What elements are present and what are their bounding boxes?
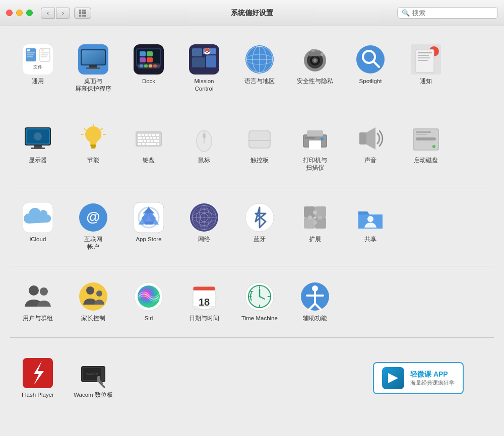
svg-rect-22 bbox=[144, 64, 148, 67]
pref-item-sharing[interactable]: 共享 bbox=[343, 197, 398, 256]
section-internet: iCloud @ 互联网帐户 bbox=[10, 192, 494, 261]
pref-item-notifications[interactable]: 通知 bbox=[398, 39, 454, 98]
pref-item-flash[interactable]: Flash Player bbox=[10, 353, 66, 404]
close-button[interactable] bbox=[6, 10, 13, 16]
pref-item-security[interactable]: 安全性与隐私 bbox=[287, 39, 343, 98]
pref-item-mission-control[interactable]: MissionControl bbox=[176, 39, 232, 98]
pref-item-printers[interactable]: 打印机与扫描仪 bbox=[287, 118, 343, 177]
dock-label: Dock bbox=[142, 78, 155, 85]
timemachine-icon bbox=[244, 281, 275, 312]
pref-item-sound[interactable]: 声音 bbox=[343, 118, 398, 177]
pref-grid-system: 用户与群组 家长控制 bbox=[10, 271, 494, 332]
section-hardware: 显示器 bbox=[10, 113, 494, 182]
search-input[interactable] bbox=[412, 9, 493, 17]
notifications-icon bbox=[411, 44, 441, 75]
pref-item-spotlight[interactable]: Spotlight bbox=[343, 39, 398, 98]
pref-item-extensions[interactable]: 扩展 bbox=[287, 197, 343, 256]
svg-rect-141 bbox=[313, 221, 317, 225]
svg-rect-27 bbox=[140, 57, 146, 62]
svg-point-49 bbox=[321, 53, 324, 56]
forward-button[interactable]: › bbox=[56, 8, 70, 19]
svg-rect-85 bbox=[146, 137, 149, 139]
pref-item-dock[interactable]: Dock bbox=[121, 39, 176, 98]
pref-item-bluetooth[interactable]: 蓝牙 bbox=[232, 197, 287, 256]
icloud-label: iCloud bbox=[30, 236, 46, 243]
svg-rect-92 bbox=[151, 140, 153, 142]
pref-item-mouse[interactable]: 鼠标 bbox=[176, 118, 232, 177]
svg-rect-78 bbox=[142, 134, 144, 136]
nav-buttons: ‹ › bbox=[41, 8, 70, 19]
pref-item-energy[interactable]: 节能 bbox=[66, 118, 121, 177]
pref-item-language[interactable]: 语言与地区 bbox=[232, 39, 287, 98]
displays-icon bbox=[23, 123, 53, 154]
pref-item-icloud[interactable]: iCloud bbox=[10, 197, 66, 256]
pref-item-timemachine[interactable]: Time Machine bbox=[232, 276, 287, 327]
svg-point-144 bbox=[367, 216, 373, 222]
pref-item-datetime[interactable]: 18 日期与时间 bbox=[176, 276, 232, 327]
pref-item-displays[interactable]: 显示器 bbox=[10, 118, 66, 177]
pref-item-keyboard[interactable]: 键盘 bbox=[121, 118, 176, 177]
svg-point-50 bbox=[356, 45, 385, 74]
svg-rect-15 bbox=[89, 65, 97, 67]
svg-rect-67 bbox=[90, 144, 96, 146]
grid-view-button[interactable] bbox=[74, 8, 91, 19]
pref-item-users[interactable]: 用户与群组 bbox=[10, 276, 66, 327]
svg-point-145 bbox=[29, 285, 39, 296]
pref-item-wacom[interactable]: WACOM Wacom 数位板 bbox=[66, 353, 121, 404]
pref-item-network[interactable]: 网络 bbox=[176, 197, 232, 256]
pref-item-app-store[interactable]: App Store bbox=[121, 197, 176, 256]
svg-rect-82 bbox=[156, 134, 159, 136]
users-label: 用户与群组 bbox=[23, 315, 53, 322]
svg-rect-86 bbox=[150, 137, 152, 139]
printers-icon bbox=[300, 123, 330, 154]
svg-text:文件: 文件 bbox=[33, 64, 42, 69]
bluetooth-icon bbox=[244, 202, 275, 233]
pref-item-startup[interactable]: 启动磁盘 bbox=[398, 118, 454, 177]
svg-rect-23 bbox=[149, 64, 152, 67]
svg-point-149 bbox=[96, 290, 102, 297]
search-bar[interactable]: 🔍 bbox=[397, 7, 498, 19]
svg-text:@: @ bbox=[86, 209, 100, 225]
pref-item-siri[interactable]: Siri bbox=[121, 276, 176, 327]
svg-rect-182 bbox=[97, 376, 100, 382]
svg-rect-91 bbox=[147, 140, 150, 142]
maximize-button[interactable] bbox=[26, 10, 33, 16]
mouse-label: 鼠标 bbox=[198, 157, 210, 164]
watermark-title: 轻微课 APP bbox=[410, 370, 455, 379]
pref-grid-hardware: 显示器 bbox=[10, 113, 494, 182]
desktop-icon bbox=[78, 44, 108, 75]
pref-item-desktop[interactable]: 桌面与屏幕保护程序 bbox=[66, 39, 121, 98]
pref-item-accessibility[interactable]: 辅助功能 bbox=[287, 276, 343, 327]
sharing-label: 共享 bbox=[364, 236, 376, 243]
svg-rect-77 bbox=[138, 134, 141, 136]
svg-rect-3 bbox=[27, 52, 35, 53]
pref-item-trackpad[interactable]: 触控板 bbox=[232, 118, 287, 177]
svg-rect-81 bbox=[152, 134, 155, 136]
accessibility-label: 辅助功能 bbox=[303, 315, 327, 322]
svg-rect-47 bbox=[309, 51, 321, 56]
pref-item-general[interactable]: 文件 通用 bbox=[10, 39, 66, 98]
pref-item-internet-accounts[interactable]: @ 互联网帐户 bbox=[66, 197, 121, 256]
pref-item-parental[interactable]: 家长控制 bbox=[66, 276, 121, 327]
svg-rect-33 bbox=[206, 55, 216, 67]
svg-rect-125 bbox=[145, 222, 153, 225]
section-system: 用户与群组 家长控制 bbox=[10, 271, 494, 332]
wacom-icon: WACOM bbox=[78, 358, 108, 388]
icloud-icon bbox=[23, 202, 53, 233]
back-button[interactable]: ‹ bbox=[41, 8, 55, 19]
mission-control-icon bbox=[189, 44, 219, 75]
window-title: 系统偏好设置 bbox=[231, 9, 273, 18]
energy-icon bbox=[78, 123, 108, 154]
printers-label: 打印机与扫描仪 bbox=[303, 157, 327, 172]
desktop-label: 桌面与屏幕保护程序 bbox=[75, 78, 111, 93]
svg-rect-16 bbox=[86, 67, 100, 69]
minimize-button[interactable] bbox=[16, 10, 23, 16]
svg-rect-84 bbox=[143, 137, 145, 139]
extensions-label: 扩展 bbox=[309, 236, 321, 243]
mission-control-label: MissionControl bbox=[195, 78, 214, 93]
notifications-label: 通知 bbox=[420, 78, 432, 85]
svg-rect-117 bbox=[416, 131, 431, 133]
trackpad-icon bbox=[244, 123, 275, 154]
svg-rect-28 bbox=[147, 57, 153, 62]
internet-accounts-label: 互联网帐户 bbox=[84, 236, 102, 251]
